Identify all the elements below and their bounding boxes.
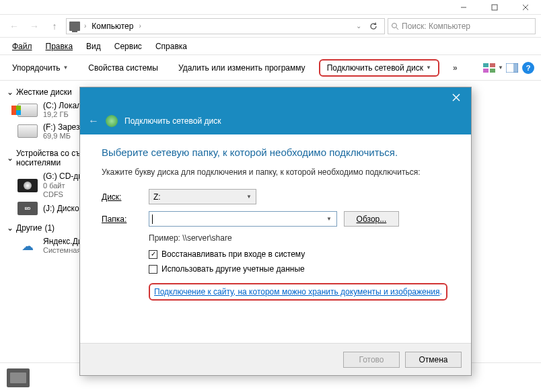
- folder-label: Папка:: [102, 214, 149, 224]
- svg-rect-8: [483, 69, 489, 73]
- other-creds-checkbox-row[interactable]: Использовать другие учетные данные: [149, 264, 449, 274]
- svg-line-5: [396, 28, 398, 30]
- chevron-down-icon[interactable]: ▼: [326, 216, 332, 222]
- reconnect-label: Восстанавливать при входе в систему: [161, 249, 305, 259]
- computer-icon: [7, 368, 30, 387]
- view-layout-button[interactable]: [482, 61, 497, 75]
- finish-button[interactable]: Готово: [343, 352, 400, 368]
- group-label: Другие: [16, 223, 42, 233]
- svg-rect-1: [492, 5, 497, 10]
- toolbar: Упорядочить ▼ Свойства системы Удалить и…: [0, 55, 541, 81]
- uninstall-program-button[interactable]: Удалить или изменить программу: [172, 61, 312, 75]
- address-row: ← → ↑ › Компьютер › ⌄ Поиск: Компьютер: [0, 15, 541, 38]
- dialog-close-button[interactable]: [441, 87, 471, 108]
- chevron-down-icon: ⌄: [7, 87, 13, 97]
- overflow-button[interactable]: »: [446, 61, 464, 75]
- breadcrumb[interactable]: Компьютер: [90, 22, 135, 31]
- svg-point-4: [392, 23, 397, 28]
- dialog-header: ← Подключить сетевой диск: [80, 108, 471, 134]
- dialog-back-button[interactable]: ←: [88, 115, 99, 127]
- network-drive-icon: [106, 115, 118, 127]
- drive-value: Z:: [153, 192, 161, 202]
- chevron-down-icon[interactable]: ⌄: [356, 22, 361, 30]
- menu-file[interactable]: Файл: [7, 39, 38, 54]
- dialog-subtext: Укажите букву диска для подключения и па…: [102, 167, 449, 177]
- chevron-down-icon: ⌄: [7, 223, 13, 233]
- connect-website-link[interactable]: Подключение к сайту, на котором можно хр…: [154, 287, 440, 297]
- cancel-button[interactable]: Отмена: [405, 352, 462, 368]
- help-icon: ?: [522, 62, 534, 74]
- map-network-drive-button[interactable]: Подключить сетевой диск ▼: [319, 59, 439, 77]
- chevron-down-icon[interactable]: ▼: [498, 65, 503, 71]
- othercreds-label: Использовать другие учетные данные: [161, 264, 305, 274]
- checkbox-unchecked-icon[interactable]: [149, 265, 157, 274]
- svg-rect-6: [483, 63, 489, 67]
- address-bar[interactable]: › Компьютер › ⌄: [66, 18, 385, 34]
- menu-help[interactable]: Справка: [150, 39, 192, 54]
- help-button[interactable]: ?: [521, 61, 536, 75]
- svg-rect-11: [513, 63, 518, 73]
- connect-website-link-highlight: Подключение к сайту, на котором можно хр…: [149, 283, 447, 301]
- search-placeholder: Поиск: Компьютер: [402, 22, 470, 31]
- svg-rect-9: [490, 69, 495, 73]
- chevron-right-icon: ›: [139, 22, 141, 30]
- drive-icon: [17, 104, 38, 117]
- browse-button[interactable]: Обзор...: [344, 211, 399, 227]
- folder-input[interactable]: [149, 211, 337, 227]
- chevron-down-icon: ▼: [246, 194, 252, 200]
- nav-back-button[interactable]: ←: [5, 17, 23, 35]
- refresh-button[interactable]: [365, 19, 382, 34]
- example-text: Пример: \\server\share: [149, 233, 449, 243]
- dialog-footer: Готово Отмена: [80, 343, 471, 375]
- dialog-title: Подключить сетевой диск: [124, 116, 221, 126]
- drive-label: Диск:: [102, 192, 149, 202]
- organize-button[interactable]: Упорядочить ▼: [5, 61, 75, 75]
- menu-view[interactable]: Вид: [81, 39, 106, 54]
- svg-rect-7: [490, 63, 495, 67]
- minimize-button[interactable]: [448, 0, 479, 14]
- checkbox-checked-icon[interactable]: ✓: [149, 250, 157, 259]
- chevron-down-icon: ▼: [426, 65, 431, 71]
- dialog-titlebar: [80, 87, 471, 108]
- preview-pane-button[interactable]: [505, 61, 519, 75]
- map-network-drive-dialog: ← Подключить сетевой диск Выберите сетев…: [79, 87, 472, 376]
- reconnect-checkbox-row[interactable]: ✓ Восстанавливать при входе в систему: [149, 249, 449, 259]
- close-button[interactable]: [510, 0, 541, 14]
- bd-icon: BD: [17, 202, 38, 215]
- drive-select[interactable]: Z: ▼: [149, 189, 256, 204]
- cd-icon: [17, 179, 38, 192]
- chevron-down-icon: ▼: [63, 65, 68, 71]
- dialog-body: Выберите сетевую папку, к которой необхо…: [80, 134, 471, 343]
- computer-icon: [69, 22, 80, 31]
- menu-tools[interactable]: Сервис: [109, 39, 147, 54]
- search-icon: [391, 22, 399, 30]
- group-count: (1): [44, 223, 55, 233]
- cloud-icon: ☁: [17, 239, 38, 253]
- window-titlebar: [0, 0, 541, 15]
- menu-edit[interactable]: Правка: [40, 39, 79, 54]
- dialog-heading: Выберите сетевую папку, к которой необхо…: [102, 147, 449, 158]
- maximize-button[interactable]: [479, 0, 510, 14]
- nav-up-button[interactable]: ↑: [46, 17, 63, 35]
- chevron-down-icon: ⌄: [7, 153, 13, 163]
- drive-icon: [17, 124, 38, 138]
- system-properties-button[interactable]: Свойства системы: [81, 61, 165, 75]
- group-label: Жесткие диски: [16, 87, 72, 97]
- chevron-right-icon: ›: [84, 22, 86, 30]
- search-input[interactable]: Поиск: Компьютер: [388, 18, 536, 34]
- menu-bar: Файл Правка Вид Сервис Справка: [0, 38, 541, 55]
- nav-forward-button[interactable]: →: [26, 17, 43, 35]
